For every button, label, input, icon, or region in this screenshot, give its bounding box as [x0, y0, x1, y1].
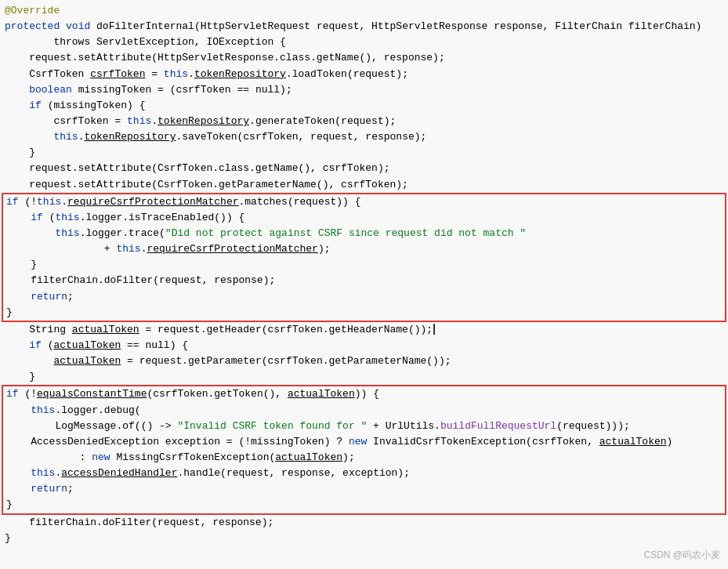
watermark: CSDN @码农小麦	[643, 548, 720, 563]
line-if10: this.logger.debug(	[3, 403, 725, 419]
line-9: request.setAttribute(CsrfToken.getParame…	[0, 177, 728, 193]
highlighted-block-1: if (!this.requireCsrfProtectionMatcher.m…	[2, 193, 726, 322]
line-if11: LogMessage.of(() -> "Invalid CSRF token …	[3, 419, 725, 434]
line-13: }	[0, 369, 728, 385]
line-12: actualToken = request.getParameter(csrfT…	[0, 353, 728, 369]
line-if5: }	[3, 257, 725, 273]
line-if1: if (!this.requireCsrfProtectionMatcher.m…	[3, 194, 725, 210]
line-if12: AccessDeniedException exception = (!miss…	[3, 434, 725, 450]
line-if14: this.accessDeniedHandler.handle(request,…	[3, 466, 725, 481]
highlighted-block-2: if (!equalsConstantTime(csrfToken.getTok…	[2, 385, 726, 514]
code-editor: @Override protected void doFilterInterna…	[0, 0, 728, 569]
line-last: filterChain.doFilter(request, response);	[0, 515, 728, 531]
line-annotation: @Override	[0, 3, 728, 19]
line-if16: }	[3, 497, 725, 513]
line-3: boolean missingToken = (csrfToken == nul…	[0, 82, 728, 98]
line-if2: if (this.logger.isTraceEnabled()) {	[3, 210, 725, 226]
line-if8: }	[3, 305, 725, 321]
line-5: csrfToken = this.tokenRepository.generat…	[0, 114, 728, 129]
line-8: request.setAttribute(CsrfToken.class.get…	[0, 161, 728, 176]
line-if15: return;	[3, 481, 725, 497]
line-7: }	[0, 145, 728, 161]
line-6: this.tokenRepository.saveToken(csrfToken…	[0, 129, 728, 145]
line-if6: filterChain.doFilter(request, response);	[3, 273, 725, 288]
line-close: }	[0, 531, 728, 546]
line-method-sig: protected void doFilterInternal(HttpServ…	[0, 19, 728, 34]
line-if9: if (!equalsConstantTime(csrfToken.getTok…	[3, 386, 725, 402]
line-if3: this.logger.trace("Did not protect again…	[3, 226, 725, 241]
line-if7: return;	[3, 289, 725, 305]
line-if13: : new MissingCsrfTokenException(actualTo…	[3, 450, 725, 466]
line-11: if (actualToken == null) {	[0, 338, 728, 353]
line-throws: throws ServletException, IOException {	[0, 34, 728, 50]
line-10: String actualToken = request.getHeader(c…	[0, 322, 728, 338]
line-2: CsrfToken csrfToken = this.tokenReposito…	[0, 67, 728, 82]
line-4: if (missingToken) {	[0, 98, 728, 114]
line-1: request.setAttribute(HttpServletResponse…	[0, 50, 728, 66]
line-if4: + this.requireCsrfProtectionMatcher);	[3, 241, 725, 257]
